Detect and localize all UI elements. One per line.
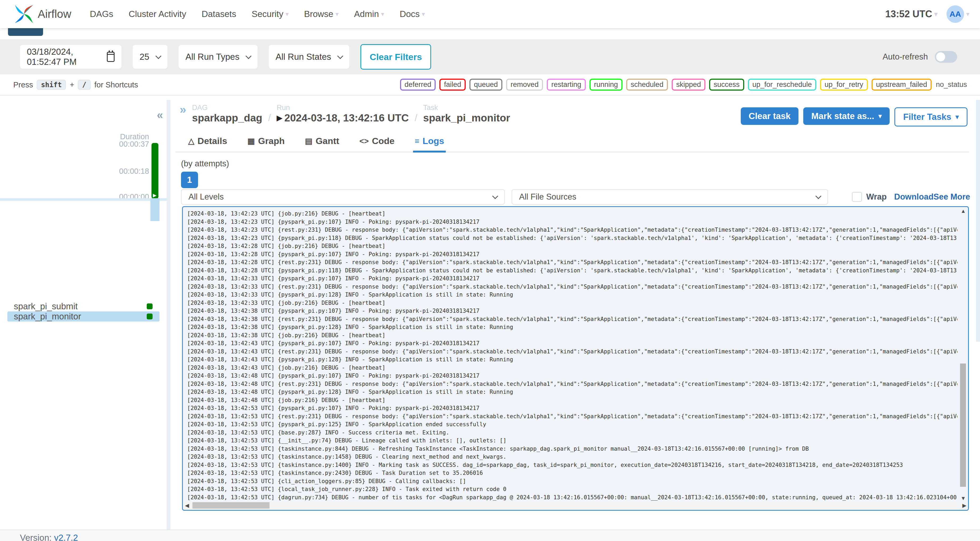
chevron-down-icon: ▾ [422, 10, 425, 18]
filter-tasks-button[interactable]: Filter Tasks ▾ [894, 107, 967, 126]
tab-details[interactable]: △ Details [186, 134, 229, 153]
status-badge-no_status[interactable]: no_status [935, 80, 967, 89]
airflow-brand[interactable]: Airflow [14, 4, 71, 24]
nav-item-docs[interactable]: Docs ▾ [400, 9, 425, 19]
tab-code[interactable]: <> Code [358, 134, 396, 153]
log-line: [2024-03-18, 13:42:48 UTC] {rest.py:231}… [187, 380, 958, 388]
clear-filters-button[interactable]: Clear Filters [360, 44, 431, 70]
clock-dropdown[interactable]: 13:52 UTC ▾ [885, 8, 937, 20]
nav-item-label: Security [252, 9, 283, 19]
scroll-up-icon[interactable]: ▲ [961, 208, 966, 214]
toggle-knob [936, 53, 945, 61]
tab-logs[interactable]: ≡ Logs [413, 134, 446, 153]
log-line: [2024-03-18, 13:42:33 UTC] {rest.py:231}… [187, 283, 958, 291]
task-name: spark_pi_submit [14, 301, 78, 312]
clear-task-button[interactable]: Clear task [741, 107, 799, 125]
log-line: [2024-03-18, 13:42:43 UTC] {rest.py:231}… [187, 348, 958, 356]
collapse-sidebar-button[interactable]: « [157, 110, 163, 121]
status-badge-removed[interactable]: removed [506, 79, 543, 91]
tab-graph[interactable]: ▦ Graph [246, 134, 286, 153]
log-output-panel[interactable]: [2024-03-18, 13:42:23 UTC] {job.py:216} … [182, 206, 969, 511]
nav-item-admin[interactable]: Admin ▾ [354, 9, 384, 19]
status-badge-deferred[interactable]: deferred [400, 79, 436, 91]
nav-item-dags[interactable]: DAGs ▾ [90, 9, 113, 19]
page-scrollbar[interactable] [976, 100, 980, 342]
horizontal-scroll-thumb[interactable] [192, 502, 269, 509]
task-row-spark_pi_monitor[interactable]: spark_pi_monitor [8, 312, 159, 321]
graph-icon: ▦ [247, 136, 255, 146]
chevron-down-icon: ▾ [966, 10, 969, 18]
page-size-value: 25 [140, 52, 150, 62]
log-horizontal-scrollbar[interactable]: ◀ ▶ [185, 502, 958, 509]
breadcrumb-chevrons-icon[interactable]: » [180, 103, 186, 115]
mark-state-button[interactable]: Mark state as... ▾ [803, 107, 889, 125]
status-badge-scheduled[interactable]: scheduled [626, 79, 668, 91]
nav-item-browse[interactable]: Browse ▾ [304, 9, 339, 19]
log-line: [2024-03-18, 13:42:53 UTC] {cli_action_l… [187, 477, 958, 485]
status-badge-restarting[interactable]: restarting [547, 79, 586, 91]
status-badge-running[interactable]: running [590, 79, 622, 91]
log-line: [2024-03-18, 13:42:33 UTC] {job.py:216} … [187, 299, 958, 307]
status-badge-up_for_retry[interactable]: up_for_retry [820, 79, 868, 91]
date-filter-input[interactable]: 03/18/2024, 01:52:47 PM [20, 45, 121, 69]
nav-item-datasets[interactable]: Datasets ▾ [202, 9, 236, 19]
vertical-scroll-thumb[interactable] [960, 363, 966, 487]
version-link[interactable]: v2.7.2 [54, 533, 78, 541]
shortcuts-suffix: for Shortcuts [94, 81, 138, 89]
nav-item-label: DAGs [90, 9, 113, 19]
scroll-left-icon[interactable]: ◀ [185, 502, 189, 509]
log-levels-select[interactable]: All Levels [181, 189, 505, 205]
tab-label: Gantt [315, 136, 339, 146]
log-line: [2024-03-18, 13:42:53 UTC] {base.py:287}… [187, 429, 958, 437]
shortcuts-hint: Press shift + / for Shortcuts [13, 80, 138, 90]
run-states-select[interactable]: All Run States [269, 45, 349, 69]
run-timestamp: 2024-03-18, 13:42:16 UTC [285, 112, 409, 124]
status-badge-upstream_failed[interactable]: upstream_failed [872, 79, 932, 91]
task-row-spark_pi_submit[interactable]: spark_pi_submit [8, 301, 159, 312]
log-vertical-scrollbar[interactable]: ▲ ▼ [959, 208, 967, 501]
calendar-icon[interactable] [107, 52, 115, 62]
see-more-link[interactable]: See More [934, 189, 970, 205]
nav-item-cluster-activity[interactable]: Cluster Activity ▾ [129, 9, 186, 19]
task-status-square[interactable] [147, 313, 153, 320]
brand-name[interactable]: Airflow [38, 8, 71, 21]
nav-item-label: Browse [304, 9, 333, 19]
status-badge-skipped[interactable]: skipped [672, 79, 705, 91]
file-sources-value: All File Sources [519, 192, 576, 202]
scroll-right-icon[interactable]: ▶ [963, 502, 966, 509]
status-badge-queued[interactable]: queued [469, 79, 502, 91]
log-line: [2024-03-18, 13:42:38 UTC] {pyspark_pi.p… [187, 307, 958, 315]
download-log-link[interactable]: Download [894, 189, 934, 205]
mark-state-label: Mark state as... [811, 111, 874, 121]
panel-splitter[interactable] [167, 100, 170, 530]
log-line: [2024-03-18, 13:42:53 UTC] {local_task_j… [187, 485, 958, 493]
tab-label: Graph [258, 136, 285, 146]
breadcrumb-dag-value[interactable]: sparkapp_dag [192, 112, 262, 124]
selected-run-column [150, 198, 159, 221]
wrap-checkbox[interactable] [852, 192, 862, 202]
run-types-select[interactable]: All Run Types [179, 45, 258, 69]
attempt-1-button[interactable]: 1 [181, 172, 198, 188]
breadcrumb-task-value[interactable]: spark_pi_monitor [423, 112, 510, 124]
log-line: [2024-03-18, 13:42:23 UTC] {pyspark_pi.p… [187, 218, 958, 226]
chevron-down-icon [245, 53, 251, 59]
divider [0, 95, 980, 95]
auto-refresh-label: Auto-refresh [883, 52, 928, 62]
wrap-option: Wrap [852, 189, 887, 205]
nav-item-security[interactable]: Security ▾ [252, 9, 289, 19]
task-status-square[interactable] [147, 304, 153, 309]
log-line: [2024-03-18, 13:42:23 UTC] {rest.py:231}… [187, 226, 958, 234]
breadcrumb-run-value[interactable]: ▶ 2024-03-18, 13:42:16 UTC [277, 112, 409, 124]
scroll-down-icon[interactable]: ▼ [961, 495, 966, 501]
status-badge-failed[interactable]: failed [439, 79, 466, 91]
footer: Version: v2.7.2 [0, 530, 980, 541]
page-size-select[interactable]: 25 [133, 45, 167, 69]
auto-refresh-toggle[interactable] [935, 51, 957, 63]
run-duration-bar[interactable]: ▶ [151, 143, 158, 199]
status-badge-success[interactable]: success [709, 79, 744, 91]
tab-gantt[interactable]: ▤ Gantt [303, 134, 341, 153]
chevron-down-icon: ▾ [336, 10, 339, 18]
file-sources-select[interactable]: All File Sources [512, 189, 828, 205]
avatar[interactable]: AA [947, 5, 964, 23]
status-badge-up_for_reschedule[interactable]: up_for_reschedule [748, 79, 816, 91]
